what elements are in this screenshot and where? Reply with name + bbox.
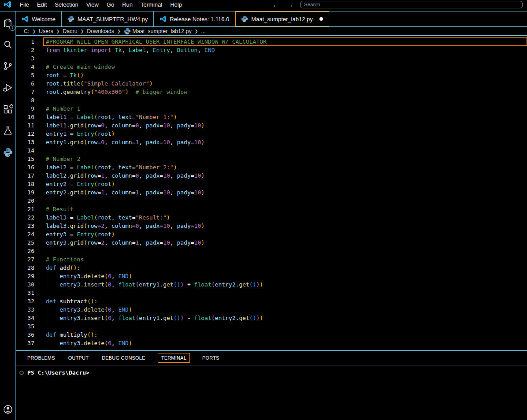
code-line[interactable] (43, 197, 527, 205)
line-number[interactable]: 28 (16, 264, 34, 272)
code-line[interactable] (43, 289, 527, 297)
line-number[interactable]: 19 (16, 188, 34, 197)
breadcrumb-item-maat-sumpter-lab12-py[interactable]: Maat_sumpter_lab12.py (124, 28, 192, 34)
panel-tab-ports[interactable]: PORTS (201, 353, 220, 363)
breadcrumb-item-users[interactable]: Users (39, 28, 53, 34)
tab-welcome[interactable]: Welcome (16, 11, 62, 26)
line-number[interactable]: 7 (16, 88, 34, 96)
activity-item-search[interactable] (2, 38, 14, 51)
code-line[interactable] (43, 247, 527, 255)
line-number[interactable]: 24 (16, 230, 34, 238)
activity-item-explorer[interactable]: 1 (2, 17, 14, 29)
line-number[interactable]: 32 (16, 297, 34, 305)
code-line[interactable]: def subtract(): (43, 297, 527, 305)
code-line[interactable]: entry3.grid(row=2, column=1, padx=10, pa… (43, 238, 527, 247)
line-number[interactable]: 11 (16, 121, 34, 130)
line-number[interactable]: 14 (16, 146, 34, 155)
modified-dot[interactable] (319, 17, 323, 21)
line-number[interactable]: 4 (16, 63, 34, 71)
code-line[interactable]: root.geometry("400x300") # bigger window (43, 88, 527, 96)
code-line[interactable]: entry3.insert(0, float(entry1.get()) - f… (43, 314, 527, 322)
line-number[interactable]: 10 (16, 113, 34, 121)
code-line[interactable]: from tkinter import Tk, Label, Entry, Bu… (43, 46, 527, 54)
code-line[interactable]: entry3.delete(0, END) (43, 339, 527, 347)
code-line[interactable]: entry1.grid(row=0, column=1, padx=10, pa… (43, 138, 527, 146)
line-number[interactable]: 3 (16, 54, 34, 63)
code-line[interactable]: entry3 = Entry(root) (43, 230, 527, 238)
code-line[interactable]: entry1 = Entry(root) (43, 130, 527, 138)
panel-tab-terminal[interactable]: TERMINAL (158, 353, 190, 363)
code-line[interactable]: label1.grid(row=0, column=0, padx=10, pa… (43, 121, 527, 130)
menu-item-run[interactable]: Run (118, 1, 137, 8)
code-line[interactable]: # Create main window (43, 63, 527, 71)
line-number[interactable]: 30 (16, 280, 34, 289)
tab-maat-sumpter-hw4-py[interactable]: MAAT_SUMPTER_HW4.py (62, 11, 154, 26)
line-number[interactable]: 23 (16, 222, 34, 230)
line-number[interactable]: 13 (16, 138, 34, 146)
line-number[interactable]: 29 (16, 272, 34, 280)
line-number[interactable]: 33 (16, 305, 34, 314)
line-number[interactable]: 34 (16, 314, 34, 322)
breadcrumb-item-[interactable]: ... (201, 28, 205, 34)
search-input[interactable] (300, 1, 523, 8)
line-number[interactable]: 16 (16, 163, 34, 171)
code-line[interactable]: label2.grid(row=1, column=0, padx=10, pa… (43, 171, 527, 180)
line-number[interactable]: 25 (16, 238, 34, 247)
code-line[interactable]: # Number 2 (43, 155, 527, 163)
code-line[interactable] (43, 54, 527, 63)
menu-item-view[interactable]: View (82, 1, 103, 8)
breadcrumb-item-c[interactable]: C: (24, 28, 30, 34)
code-line[interactable]: label3 = Label(root, text="Result:") (43, 213, 527, 222)
line-number[interactable]: 31 (16, 289, 34, 297)
line-number[interactable]: 6 (16, 79, 34, 88)
activity-item-testing[interactable] (2, 125, 14, 137)
code-line[interactable] (43, 146, 527, 155)
breadcrumb-item-downloads[interactable]: Downloads (87, 28, 114, 34)
code-line[interactable]: # Result (43, 205, 527, 213)
line-number[interactable]: 9 (16, 104, 34, 113)
code-line[interactable]: def add(): (43, 264, 527, 272)
code-line[interactable]: entry3.insert(0, float(entry1.get()) + f… (43, 280, 527, 289)
code-line[interactable]: # Number 1 (43, 104, 527, 113)
line-number[interactable]: 2 (16, 46, 34, 54)
code-line[interactable]: entry2.grid(row=1, column=1, padx=10, pa… (43, 188, 527, 197)
code-line[interactable]: # Functions (43, 255, 527, 264)
menu-item-go[interactable]: Go (103, 1, 118, 8)
line-number[interactable]: 1 (16, 37, 34, 46)
line-number[interactable]: 37 (16, 339, 34, 347)
line-number[interactable]: 12 (16, 130, 34, 138)
menu-item-edit[interactable]: Edit (33, 1, 51, 8)
activity-item-run-debug[interactable] (2, 82, 14, 94)
activity-item-account[interactable] (2, 403, 14, 416)
line-number[interactable]: 20 (16, 197, 34, 205)
back-arrow-icon[interactable]: ← (269, 1, 282, 8)
line-number[interactable]: 36 (16, 331, 34, 339)
panel-tab-problems[interactable]: PROBLEMS (26, 353, 56, 363)
code-line[interactable] (43, 96, 527, 104)
panel-tab-debug-console[interactable]: DEBUG CONSOLE (101, 353, 146, 363)
activity-item-source-control[interactable] (2, 60, 14, 72)
menu-item-terminal[interactable]: Terminal (137, 1, 166, 8)
breadcrumb-item-dacru[interactable]: Dacru (63, 28, 77, 34)
code-line[interactable]: label1 = Label(root, text="Number 1:") (43, 113, 527, 121)
code-line[interactable]: entry2 = Entry(root) (43, 180, 527, 188)
menu-item-file[interactable]: File (16, 1, 33, 8)
activity-item-extensions[interactable] (2, 103, 14, 115)
code-line[interactable]: root = Tk() (43, 71, 527, 79)
panel-tab-output[interactable]: OUTPUT (67, 353, 89, 363)
line-number[interactable]: 15 (16, 155, 34, 163)
activity-item-python[interactable] (2, 146, 14, 159)
forward-arrow-icon[interactable]: → (284, 1, 297, 8)
code-line[interactable] (43, 322, 527, 331)
code-line[interactable]: entry3.delete(0, END) (43, 272, 527, 280)
tab-maat-sumpter-lab12-py[interactable]: Maat_sumpter_lab12.py (235, 11, 329, 26)
menu-item-help[interactable]: Help (166, 1, 186, 8)
code-line[interactable]: def multiply(): (43, 331, 527, 339)
line-number[interactable]: 27 (16, 255, 34, 264)
terminal[interactable]: PS C:\Users\Dacru> (16, 365, 527, 420)
line-number[interactable]: 35 (16, 322, 34, 331)
menu-item-selection[interactable]: Selection (51, 1, 82, 8)
code-line[interactable]: #PROGRAM WILL OPEN GRAPHICAL USER INTERF… (43, 37, 527, 46)
line-number[interactable]: 8 (16, 96, 34, 104)
tab-release-notes-1-116-0[interactable]: Release Notes: 1.116.0 (154, 11, 235, 26)
